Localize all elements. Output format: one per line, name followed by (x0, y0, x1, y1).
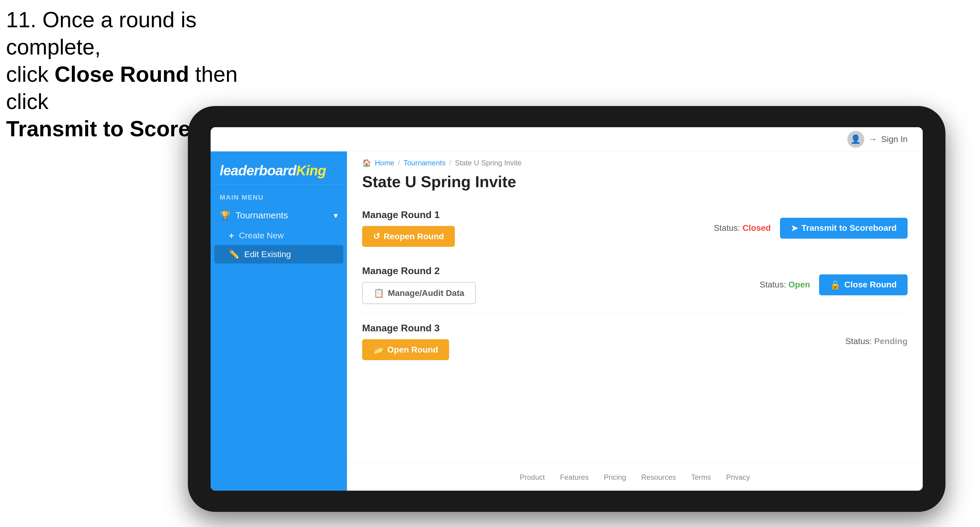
breadcrumb-home[interactable]: Home (375, 159, 394, 167)
round-3-right: Status: Pending (845, 337, 908, 346)
transmit-label: Transmit to Scoreboard (802, 223, 897, 233)
round-2-status-label: Status: Open (760, 280, 810, 290)
sidebar-item-tournaments[interactable]: 🏆 Tournaments ▾ (211, 205, 347, 226)
sidebar-item-create-new[interactable]: + Create New (211, 226, 347, 245)
audit-icon: 📋 (374, 288, 384, 298)
footer-privacy[interactable]: Privacy (726, 473, 750, 482)
open-round-button[interactable]: 📂 Open Round (362, 339, 449, 360)
top-bar: 👤 → Sign In (211, 127, 923, 151)
plus-icon: + (229, 230, 234, 241)
instruction-line1: 11. Once a round is complete, (6, 8, 196, 59)
footer-pricing[interactable]: Pricing (604, 473, 626, 482)
round-3-status-value: Pending (874, 337, 908, 346)
page-title: State U Spring Invite (347, 170, 923, 200)
close-round-button[interactable]: 🔒 Close Round (819, 275, 908, 295)
round-1-status-value: Closed (743, 223, 771, 233)
footer-features[interactable]: Features (560, 473, 589, 482)
chevron-down-icon: ▾ (334, 211, 338, 221)
logo: leaderboardKing (220, 162, 338, 179)
transmit-to-scoreboard-button[interactable]: ➤ Transmit to Scoreboard (780, 218, 908, 239)
user-avatar-icon: 👤 (847, 131, 864, 148)
round-3-left: Manage Round 3 📂 Open Round (362, 322, 449, 360)
round-1-left: Manage Round 1 ↺ Reopen Round (362, 209, 455, 247)
transmit-icon: ➤ (791, 223, 798, 233)
tablet-screen: 👤 → Sign In leaderboardKing MAIN MENU 🏆 (211, 127, 923, 490)
breadcrumb-tournaments[interactable]: Tournaments (404, 159, 446, 167)
open-icon: 📂 (373, 344, 383, 355)
round-2-title: Manage Round 2 (362, 265, 476, 276)
sidebar: leaderboardKing MAIN MENU 🏆 Tournaments … (211, 151, 347, 490)
breadcrumb-sep-2: / (449, 159, 451, 167)
trophy-icon: 🏆 (220, 210, 231, 221)
open-round-label: Open Round (387, 345, 438, 355)
reopen-icon: ↺ (373, 232, 380, 241)
create-new-label: Create New (239, 231, 284, 240)
tablet-device: 👤 → Sign In leaderboardKing MAIN MENU 🏆 (188, 106, 945, 512)
instruction-bold1: Close Round (54, 62, 189, 86)
footer: Product Features Pricing Resources Terms… (347, 464, 923, 490)
rounds-container: Manage Round 1 ↺ Reopen Round Status: Cl… (347, 200, 923, 369)
content-area: 🏠 Home / Tournaments / State U Spring In… (347, 151, 923, 490)
round-1-title: Manage Round 1 (362, 209, 455, 221)
footer-terms[interactable]: Terms (691, 473, 711, 482)
close-round-label: Close Round (844, 280, 897, 290)
manage-audit-data-button[interactable]: 📋 Manage/Audit Data (362, 282, 476, 304)
breadcrumb-sep-1: / (398, 159, 400, 167)
breadcrumb: 🏠 Home / Tournaments / State U Spring In… (347, 151, 923, 170)
signin-arrow-icon: → (869, 135, 877, 144)
round-2-status-value: Open (789, 280, 810, 289)
sidebar-tournaments-content: 🏆 Tournaments (220, 210, 288, 221)
round-1-section: Manage Round 1 ↺ Reopen Round Status: Cl… (362, 200, 908, 256)
user-icon: 👤 (850, 134, 861, 144)
logo-leaderboard: leaderboard (220, 163, 296, 178)
breadcrumb-current: State U Spring Invite (455, 159, 522, 167)
signin-label[interactable]: Sign In (881, 135, 908, 144)
round-2-section: Manage Round 2 📋 Manage/Audit Data Statu… (362, 256, 908, 313)
round-3-status-label: Status: Pending (845, 337, 908, 346)
instruction-line2: click (6, 62, 54, 86)
logo-king: King (296, 163, 326, 178)
round-1-right: Status: Closed ➤ Transmit to Scoreboard (714, 218, 908, 239)
round-3-title: Manage Round 3 (362, 322, 449, 334)
main-menu-label: MAIN MENU (211, 185, 347, 205)
footer-product[interactable]: Product (520, 473, 545, 482)
close-icon: 🔒 (830, 280, 841, 290)
main-layout: leaderboardKing MAIN MENU 🏆 Tournaments … (211, 151, 923, 490)
manage-audit-label: Manage/Audit Data (388, 288, 464, 298)
sidebar-item-edit-existing[interactable]: ✏️ Edit Existing (214, 245, 343, 264)
reopen-round-button[interactable]: ↺ Reopen Round (362, 226, 455, 247)
sidebar-tournaments-label: Tournaments (235, 210, 288, 221)
round-3-section: Manage Round 3 📂 Open Round Status: Pend… (362, 313, 908, 369)
logo-area: leaderboardKing (211, 151, 347, 185)
sign-in-area[interactable]: 👤 → Sign In (847, 131, 908, 148)
home-icon: 🏠 (362, 159, 371, 167)
edit-existing-label: Edit Existing (244, 249, 291, 259)
round-1-status-label: Status: Closed (714, 223, 771, 233)
footer-resources[interactable]: Resources (641, 473, 676, 482)
reopen-round-label: Reopen Round (383, 232, 444, 241)
round-2-right: Status: Open 🔒 Close Round (760, 275, 908, 295)
round-2-left: Manage Round 2 📋 Manage/Audit Data (362, 265, 476, 304)
edit-icon: ✏️ (229, 249, 239, 259)
